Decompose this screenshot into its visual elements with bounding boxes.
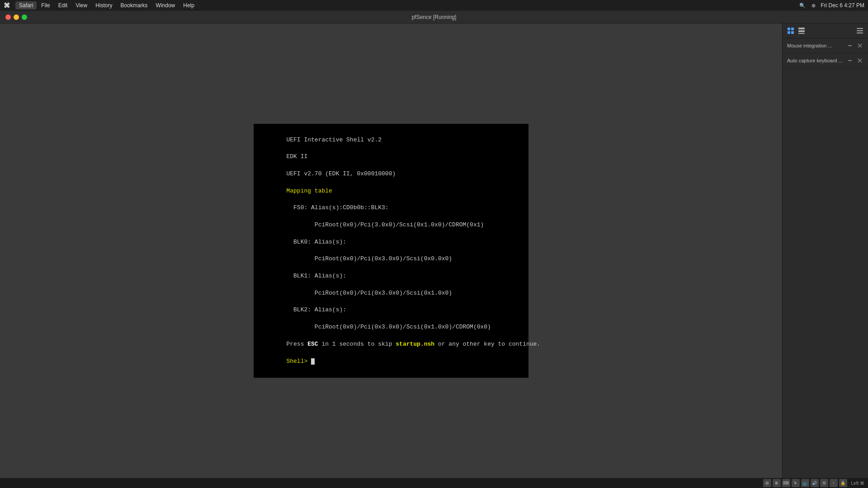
terminal-content: UEFI Interactive Shell v2.2 EDK II UEFI …	[258, 127, 524, 374]
notification-capture-minimize[interactable]	[846, 57, 854, 64]
status-icon-1[interactable]: ⊞	[763, 479, 771, 487]
svg-rect-6	[798, 33, 805, 34]
sidebar-icons-right	[855, 26, 864, 35]
term-esc-key: ESC	[307, 341, 318, 347]
svg-rect-8	[857, 30, 863, 31]
svg-rect-3	[791, 31, 794, 34]
term-line9: BLK1: Alias(s):	[286, 272, 346, 279]
term-line7: BLK0: Alias(s):	[286, 239, 346, 245]
menubar-window[interactable]: Window	[152, 1, 179, 9]
term-line5: FS0: Alias(s):CD0b0b::BLK3:	[286, 204, 388, 211]
menubar: ⌘ Safari File Edit View History Bookmark…	[0, 0, 868, 11]
notification-capture-close[interactable]	[856, 57, 863, 64]
term-shell-prompt: Shell>	[286, 358, 311, 365]
sidebar-view-icon-1[interactable]	[786, 26, 795, 35]
svg-rect-13	[848, 60, 852, 61]
menubar-help[interactable]: Help	[179, 1, 198, 9]
apple-menu[interactable]: ⌘	[4, 2, 10, 9]
status-icon-6[interactable]: 🔊	[811, 479, 819, 487]
term-line1: UEFI Interactive Shell v2.2	[286, 136, 382, 143]
notification-mouse-close[interactable]	[856, 42, 863, 49]
status-left-label: Left ⌘	[851, 481, 864, 486]
status-icon-3[interactable]: ⌨	[782, 479, 790, 487]
term-line11: BLK2: Alias(s):	[286, 306, 346, 313]
close-button[interactable]	[5, 14, 11, 20]
sidebar: Mouse integration ... Auto capture keybo…	[782, 23, 868, 478]
status-icon-5[interactable]: 📺	[801, 479, 809, 487]
sidebar-settings-icon[interactable]	[855, 26, 864, 35]
notification-capture-text: Auto capture keyboard ...	[787, 58, 844, 63]
status-icon-2[interactable]: 🖥	[773, 479, 781, 487]
statusbar: ⊞ 🖥 ⌨ 🖱 📺 🔊 ⚙ ↑ 🔒 Left ⌘	[0, 478, 868, 488]
sidebar-view-icon-2[interactable]	[797, 26, 806, 35]
vm-display-area[interactable]: UEFI Interactive Shell v2.2 EDK II UEFI …	[0, 23, 782, 478]
menubar-edit[interactable]: Edit	[55, 1, 71, 9]
titlebar: pfSence [Running]	[0, 11, 868, 23]
term-line8: PciRoot(0x0)/Pci(0x3.0x0)/Scsi(0x0.0x0)	[286, 255, 452, 262]
menubar-file[interactable]: File	[38, 1, 53, 9]
menubar-right: 🔍 ⊛ Fri Dec 6 4:27 PM	[799, 2, 864, 9]
status-icon-8[interactable]: ↑	[830, 479, 838, 487]
notification-auto-capture[interactable]: Auto capture keyboard ...	[783, 53, 868, 68]
spotlight-icon[interactable]: 🔍	[799, 2, 806, 9]
status-icon-4[interactable]: 🖱	[792, 479, 800, 487]
status-icons: ⊞ 🖥 ⌨ 🖱 📺 🔊 ⚙ ↑ 🔒 Left ⌘	[763, 479, 864, 487]
term-line3: UEFI v2.70 (EDK II, 0x00010000)	[286, 170, 396, 177]
maximize-button[interactable]	[22, 14, 27, 20]
status-icon-9[interactable]: 🔒	[839, 479, 847, 487]
notification-mouse-minimize[interactable]	[846, 42, 854, 49]
window-title: pfSence [Running]	[412, 14, 457, 20]
notification-mouse-text: Mouse integration ...	[787, 43, 844, 48]
svg-rect-9	[857, 33, 863, 33]
window-controls	[5, 14, 27, 20]
term-line2: EDK II	[286, 153, 307, 160]
minimize-button[interactable]	[14, 14, 19, 20]
term-line6: PciRoot(0x0)/Pci(3.0x0)/Scsi(0x1.0x0)/CD…	[286, 221, 484, 228]
term-line13-post: or any other key to continue.	[434, 341, 540, 347]
term-line12: PciRoot(0x0)/Pci(0x3.0x0)/Scsi(0x1.0x0)/…	[286, 324, 491, 330]
svg-rect-2	[788, 31, 790, 34]
term-startup: startup.nsh	[396, 341, 434, 347]
menubar-bookmarks[interactable]: Bookmarks	[117, 1, 151, 9]
svg-rect-4	[798, 28, 805, 29]
svg-rect-1	[791, 28, 794, 30]
svg-rect-10	[848, 45, 852, 46]
term-line10: PciRoot(0x0)/Pci(0x3.0x0)/Scsi(0x1.0x0)	[286, 290, 452, 296]
terminal-window[interactable]: UEFI Interactive Shell v2.2 EDK II UEFI …	[254, 124, 528, 378]
main-layout: UEFI Interactive Shell v2.2 EDK II UEFI …	[0, 23, 868, 478]
svg-rect-0	[788, 28, 790, 30]
svg-rect-7	[857, 28, 863, 29]
term-line13-mid: in 1 seconds to skip	[318, 341, 396, 347]
menubar-view[interactable]: View	[72, 1, 91, 9]
svg-rect-5	[798, 30, 805, 32]
term-cursor	[311, 358, 315, 365]
notification-mouse-integration[interactable]: Mouse integration ...	[783, 38, 868, 53]
menubar-items: Safari File Edit View History Bookmarks …	[15, 1, 198, 9]
menubar-safari[interactable]: Safari	[15, 1, 37, 9]
term-line13-pre: Press	[286, 341, 307, 347]
control-center-icon[interactable]: ⊛	[810, 2, 817, 9]
menubar-history[interactable]: History	[92, 1, 116, 9]
sidebar-icons-left	[786, 26, 806, 35]
term-line4: Mapping table	[286, 188, 332, 194]
clock: Fri Dec 6 4:27 PM	[821, 2, 864, 9]
sidebar-header	[783, 23, 868, 38]
status-icon-7[interactable]: ⚙	[820, 479, 828, 487]
